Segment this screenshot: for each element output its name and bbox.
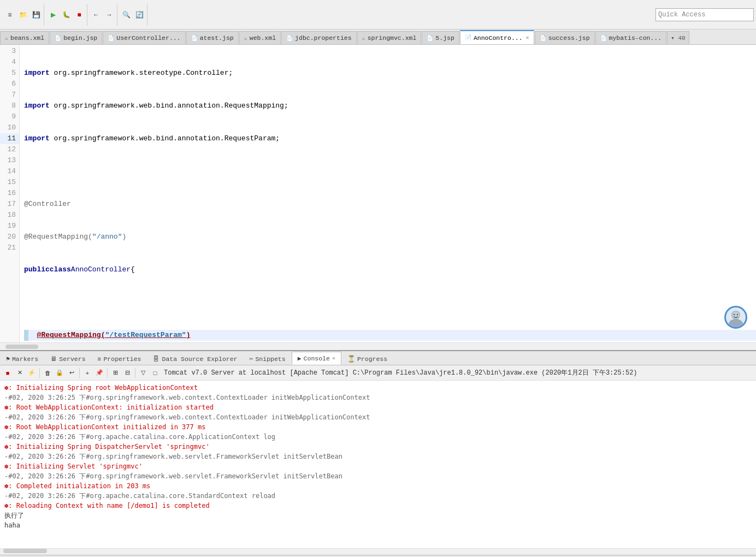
code-line-5: import org.springframework.web.bind.anno… [24, 133, 756, 144]
toolbar-sep-2 [79, 368, 80, 378]
quick-access-label: Quick Access [658, 11, 705, 19]
panel-tab-properties-label: Properties [103, 355, 141, 363]
code-editor[interactable]: import org.springframework.stereotype.Co… [20, 45, 756, 342]
line-num-16: 16 [0, 188, 19, 199]
panel-tab-progress-icon: ⏳ [347, 355, 355, 363]
line-num-11: 11 [0, 133, 19, 144]
tab-atest-jsp[interactable]: 📄 atest.jsp [186, 31, 239, 44]
bottom-panel: ⚑ Markers 🖥 Servers ≡ Properties 🗄 Data … [0, 350, 756, 555]
quick-access-input[interactable]: Quick Access [655, 8, 754, 21]
panel-tab-servers-label: Servers [59, 355, 85, 363]
code-line-9: public class AnnoController { [24, 264, 756, 275]
tab-beans-xml[interactable]: ☕ beans.xml [0, 31, 49, 44]
toolbar-btn-1[interactable]: ≡ [4, 9, 16, 21]
console-line-11: ✽: Completed initialization in 203 ms [4, 481, 752, 491]
tabs-overflow-btn[interactable]: ▾ 40 [667, 31, 689, 44]
tab-springmvc-xml[interactable]: ☕ springmvc.xml [357, 31, 422, 44]
tab-user-controller[interactable]: 📄 UserController... [103, 31, 185, 44]
tab-anno-controller[interactable]: 📄 AnnoContro... ✕ [460, 30, 534, 44]
panel-tab-console[interactable]: ▶ Console ✕ [292, 352, 341, 365]
panel-tab-snippets-label: Snippets [255, 355, 285, 363]
toolbar-btn-debug[interactable]: 🐛 [60, 9, 72, 21]
toolbar-btn-3[interactable]: 💾 [30, 9, 42, 21]
tab-web-xml[interactable]: ☕ web.xml [239, 31, 281, 44]
line-num-19: 19 [0, 221, 19, 232]
toolbar-group-run: ▶ 🐛 ■ [45, 4, 87, 26]
console-minimize-btn[interactable]: ▽ [138, 368, 149, 378]
console-line-5: ✽: Root WebApplicationContext initialize… [4, 422, 752, 432]
tab-icon-atest: 📄 [191, 35, 198, 42]
line-num-9: 9 [0, 111, 19, 122]
tab-icon-beans: ☕ [5, 35, 8, 42]
panel-tab-console-close[interactable]: ✕ [332, 355, 335, 362]
tab-label-atest: atest.jsp [200, 34, 234, 42]
tab-success-jsp[interactable]: 📄 success.jsp [535, 31, 595, 44]
panel-tab-properties-icon: ≡ [98, 355, 102, 363]
panel-tab-snippets[interactable]: ✂ Snippets [244, 353, 292, 365]
console-output[interactable]: ✽: Initializing Spring root WebApplicati… [0, 381, 756, 548]
line-num-8: 8 [0, 100, 19, 111]
console-scroll-lock-btn[interactable]: 🔒 [54, 368, 65, 378]
tab-jdbc-properties[interactable]: 📄 jdbc.properties [281, 31, 357, 44]
console-layout-btn[interactable]: ⊟ [122, 368, 133, 378]
panel-tab-servers[interactable]: 🖥 Servers [44, 353, 91, 365]
console-title: Tomcat v7.0 Server at localhost [Apache … [164, 368, 754, 377]
panel-tab-progress[interactable]: ⏳ Progress [341, 353, 393, 365]
console-hscrollbar[interactable] [0, 548, 756, 555]
toolbar-btn-stop[interactable]: ■ [73, 9, 85, 21]
toolbar-btn-forward[interactable]: → [103, 9, 115, 21]
tabs-overflow-label: ▾ 40 [671, 34, 685, 42]
panel-tab-servers-icon: 🖥 [50, 355, 57, 363]
console-line-1: ✽: Initializing Spring root WebApplicati… [4, 383, 752, 393]
console-line-2: -#02, 2020 3:26:25 下#org.springframework… [4, 393, 752, 402]
toolbar-btn-search[interactable]: 🔍 [120, 9, 132, 21]
line-num-12: 12 [0, 144, 19, 155]
panel-tab-console-icon: ▶ [298, 354, 302, 362]
hscrollbar-thumb[interactable] [5, 345, 38, 349]
tab-mybatis[interactable]: 📄 mybatis-con... [595, 31, 667, 44]
console-terminate-btn[interactable]: ✕ [14, 368, 25, 378]
tab-icon-anno: 📄 [465, 34, 471, 41]
console-wrap-btn[interactable]: ↩ [66, 368, 77, 378]
panel-tab-datasource[interactable]: 🗄 Data Source Explorer [147, 353, 243, 365]
tab-icon-web: ☕ [244, 35, 247, 42]
code-line-11: @RequestMapping("/testRequestParam") [24, 330, 756, 341]
main-toolbar: ≡ 📁 💾 ▶ 🐛 ■ ← → 🔍 🔄 Quick Access [0, 0, 756, 29]
panel-tab-datasource-label: Data Source Explorer [162, 355, 237, 363]
tab-close-anno[interactable]: ✕ [526, 34, 529, 41]
tab-icon-begin: 📄 [55, 35, 61, 42]
console-new-btn[interactable]: + [82, 368, 93, 378]
tab-icon-success: 📄 [540, 35, 546, 42]
tab-label-beans: beans.xml [10, 34, 44, 42]
editor-hscrollbar[interactable] [0, 342, 756, 350]
toolbar-btn-back[interactable]: ← [90, 9, 102, 21]
console-hscrollbar-thumb[interactable] [3, 549, 47, 553]
svg-point-1 [729, 319, 743, 327]
code-line-10 [24, 297, 756, 308]
toolbar-btn-2[interactable]: 📁 [17, 9, 29, 21]
tab-label-mybatis: mybatis-con... [609, 34, 662, 42]
panel-tab-markers[interactable]: ⚑ Markers [0, 353, 44, 365]
console-line-9: ✽: Initializing Servlet 'springmvc' [4, 461, 752, 471]
console-pin-btn[interactable]: 📌 [94, 368, 105, 378]
console-maximize-btn[interactable]: □ [150, 368, 161, 378]
tab-icon-uc: 📄 [108, 35, 114, 42]
console-clear-btn[interactable]: 🗑 [42, 368, 53, 378]
tab-label-5jsp: 5.jsp [435, 34, 454, 42]
console-line-12: -#02, 2020 3:26:26 下#org.apache.catalina… [4, 491, 752, 501]
toolbar-btn-run[interactable]: ▶ [47, 9, 59, 21]
line-num-7: 7 [0, 90, 19, 100]
console-view-btn[interactable]: ⊞ [110, 368, 121, 378]
tab-5-jsp[interactable]: 📄 5.jsp [422, 31, 459, 44]
console-stop-btn[interactable]: ■ [2, 368, 13, 378]
tab-begin-jsp[interactable]: 📄 begin.jsp [50, 31, 102, 44]
panel-tab-properties[interactable]: ≡ Properties [92, 353, 147, 365]
line-numbers: 3 4 5 6 7 8 9 10 11 12 13 14 15 16 17 18… [0, 45, 20, 342]
avatar-svg [726, 307, 746, 327]
toolbar-sep-4 [135, 368, 135, 378]
console-line-14: 执行了 [4, 511, 752, 520]
svg-point-3 [734, 314, 735, 315]
toolbar-btn-refresh[interactable]: 🔄 [133, 9, 145, 21]
console-disconnect-btn[interactable]: ⚡ [26, 368, 37, 378]
panel-tab-markers-icon: ⚑ [6, 355, 10, 363]
